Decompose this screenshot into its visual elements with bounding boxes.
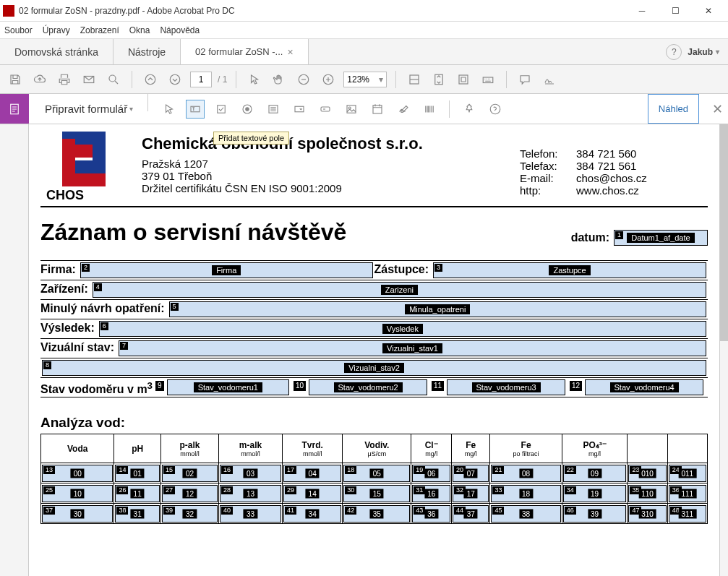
table-cell[interactable]: 4336 (412, 505, 450, 523)
preview-button[interactable]: Náhled (648, 94, 699, 124)
menu-window[interactable]: Okna (129, 25, 150, 35)
table-cell[interactable]: 3730 (42, 505, 113, 523)
page-down-icon[interactable] (166, 70, 184, 89)
page-up-icon[interactable] (141, 70, 160, 89)
image-tool-icon[interactable] (342, 100, 361, 119)
table-cell[interactable]: 2914 (283, 485, 341, 502)
table-cell[interactable]: 1805 (343, 465, 410, 482)
table-cell[interactable]: 2209 (563, 465, 627, 482)
table-cell[interactable]: 1300 (42, 465, 113, 482)
menu-view[interactable]: Zobrazení (80, 25, 119, 35)
scrollbar[interactable] (719, 124, 728, 576)
text-field-tool-icon[interactable] (186, 100, 205, 119)
table-cell[interactable]: 3116 (412, 485, 450, 502)
page-input[interactable] (190, 72, 212, 87)
fit-width-icon[interactable] (405, 70, 424, 89)
pointer-icon[interactable] (245, 70, 264, 89)
menu-edit[interactable]: Úpravy (43, 25, 70, 35)
table-cell[interactable]: 3015 (343, 485, 410, 502)
fit-page-icon[interactable] (429, 70, 448, 89)
table-cell[interactable]: 3318 (491, 485, 560, 502)
table-cell[interactable]: 24011 (669, 465, 706, 482)
cloud-icon[interactable] (30, 70, 49, 89)
hand-icon[interactable] (270, 70, 288, 89)
table-cell[interactable]: 36111 (669, 485, 706, 502)
table-cell[interactable]: 1704 (283, 465, 341, 482)
field-minula[interactable]: 5Minula_opatreni (169, 301, 706, 317)
form-icon[interactable] (0, 94, 29, 124)
left-panel[interactable] (0, 124, 29, 576)
barcode-tool-icon[interactable] (420, 100, 439, 119)
table-cell[interactable]: 4134 (283, 505, 341, 523)
zoom-select[interactable]: 123%▾ (343, 72, 387, 87)
form-label[interactable]: Připravit formulář▾ (29, 94, 145, 124)
tab-home[interactable]: Domovská stránka (0, 39, 114, 64)
table-cell[interactable]: 2813 (220, 485, 281, 502)
table-cell[interactable]: 4437 (453, 505, 489, 523)
pin-icon[interactable] (460, 100, 479, 119)
field-vodomer1[interactable]: Stav_vodomeru1 (167, 379, 289, 395)
table-cell[interactable]: 2611 (115, 485, 160, 502)
user-menu[interactable]: Jakub▾ (688, 47, 728, 57)
zoom-out-icon[interactable] (294, 70, 313, 89)
print-icon[interactable] (55, 70, 74, 89)
menu-help[interactable]: Nápověda (160, 25, 200, 35)
select-tool-icon[interactable] (160, 100, 179, 119)
table-cell[interactable]: 1906 (412, 465, 450, 482)
pdf-page[interactable]: CHOS Chemická obchodní společnost s.r.o.… (29, 124, 719, 576)
comment-icon[interactable] (515, 70, 534, 89)
table-cell[interactable]: 3419 (563, 485, 627, 502)
table-cell[interactable]: 1502 (162, 465, 218, 482)
help-icon[interactable]: ? (666, 44, 682, 60)
table-cell[interactable]: 3831 (115, 505, 160, 523)
table-cell[interactable]: 2510 (42, 485, 113, 502)
save-icon[interactable] (6, 70, 25, 89)
field-vizualni1[interactable]: 7Vizualni_stav1 (119, 340, 706, 356)
table-cell[interactable]: 4538 (491, 505, 560, 523)
close-icon[interactable]: × (287, 46, 293, 58)
table-cell[interactable]: 1401 (115, 465, 160, 482)
fullscreen-icon[interactable] (454, 70, 473, 89)
table-cell[interactable]: 23010 (628, 465, 666, 482)
field-vodomer4[interactable]: Stav_vodomeru4 (585, 379, 703, 395)
search-icon[interactable] (104, 70, 123, 89)
tab-tools[interactable]: Nástroje (114, 39, 181, 64)
table-cell[interactable]: 2712 (162, 485, 218, 502)
signature-tool-icon[interactable] (394, 100, 413, 119)
field-firma[interactable]: 2Firma (80, 262, 373, 278)
button-tool-icon[interactable] (316, 100, 335, 119)
zoom-in-icon[interactable] (319, 70, 338, 89)
table-cell[interactable]: 47310 (628, 505, 666, 523)
table-cell[interactable]: 2007 (453, 465, 489, 482)
close-button[interactable]: ✕ (692, 0, 725, 22)
field-vizualni2[interactable]: 8Vizualni_stav2 (42, 360, 706, 376)
table-cell[interactable]: 3932 (162, 505, 218, 523)
maximize-button[interactable]: ☐ (659, 0, 692, 22)
keyboard-icon[interactable] (479, 70, 497, 89)
scroll-thumb[interactable] (720, 124, 728, 341)
field-vysledek[interactable]: 6Vysledek (99, 321, 706, 337)
minimize-button[interactable]: ─ (625, 0, 659, 22)
menu-file[interactable]: Soubor (4, 25, 33, 35)
date-tool-icon[interactable] (368, 100, 387, 119)
field-zastupce[interactable]: 3Zastupce (433, 262, 706, 278)
checkbox-tool-icon[interactable] (212, 100, 231, 119)
radio-tool-icon[interactable] (238, 100, 257, 119)
table-cell[interactable]: 1603 (220, 465, 281, 482)
table-cell[interactable]: 4639 (563, 505, 627, 523)
field-vodomer2[interactable]: Stav_vodomeru2 (309, 379, 427, 395)
table-cell[interactable]: 3217 (453, 485, 489, 502)
field-datum[interactable]: 1Datum1_af_date (614, 230, 708, 246)
dropdown-tool-icon[interactable] (290, 100, 309, 119)
tool-help-icon[interactable] (486, 100, 505, 119)
table-cell[interactable]: 4235 (343, 505, 410, 523)
table-cell[interactable]: 35110 (628, 485, 666, 502)
field-vodomer3[interactable]: Stav_vodomeru3 (447, 379, 565, 395)
mail-icon[interactable] (80, 70, 98, 89)
close-panel-icon[interactable]: ✕ (706, 94, 728, 124)
list-tool-icon[interactable] (264, 100, 283, 119)
table-cell[interactable]: 48311 (669, 505, 706, 523)
sign-icon[interactable] (540, 70, 559, 89)
tab-document[interactable]: 02 formular ZoSN -... × (181, 39, 309, 64)
field-zarizeni[interactable]: 4Zarizeni (93, 282, 706, 298)
